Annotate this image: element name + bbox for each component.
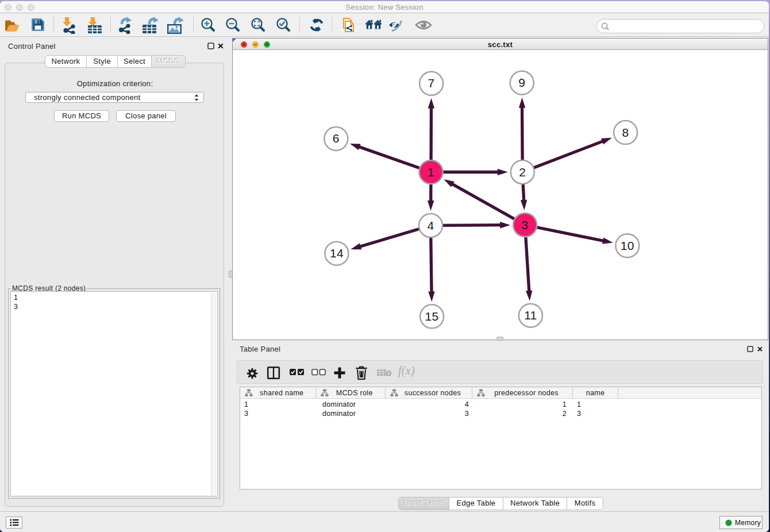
svg-text:3: 3 [522, 218, 529, 232]
svg-text:15: 15 [425, 310, 439, 323]
svg-text:6: 6 [333, 132, 340, 145]
svg-text:8: 8 [622, 126, 629, 139]
svg-text:9: 9 [518, 76, 525, 89]
svg-text:14: 14 [330, 246, 344, 260]
svg-text:1: 1 [428, 165, 434, 179]
svg-text:7: 7 [428, 76, 435, 90]
svg-text:11: 11 [524, 309, 537, 322]
svg-text:10: 10 [621, 239, 634, 252]
svg-text:2: 2 [519, 165, 526, 179]
svg-text:4: 4 [428, 219, 434, 232]
